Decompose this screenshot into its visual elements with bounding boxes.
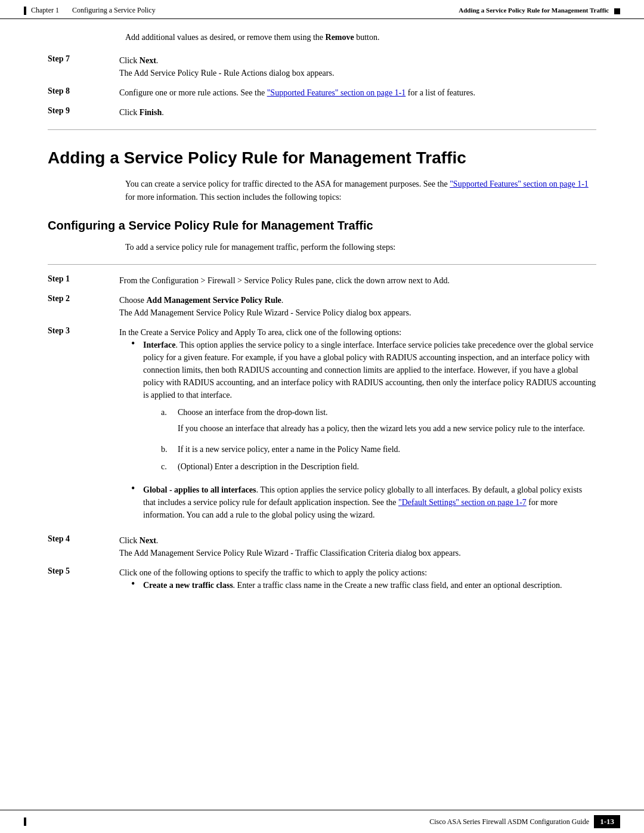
step-1-content: From the Configuration > Firewall > Serv… [119, 274, 596, 287]
interface-bold: Interface [143, 340, 175, 349]
step-7-content: Click Next. The Add Service Policy Rule … [119, 54, 596, 79]
new-traffic-bold: Create a new traffic class [143, 581, 233, 590]
step-9-bold: Finish [140, 108, 162, 117]
sub-bullet-c-label: c. [161, 460, 178, 473]
step-2: Step 2 Choose Add Management Service Pol… [48, 294, 596, 319]
page-footer: Cisco ASA Series Firewall ASDM Configura… [0, 810, 644, 833]
step-4-content: Click Next. The Add Management Service P… [119, 534, 596, 559]
bullet-dot-2: • [131, 482, 143, 496]
step-3-bullets: • Interface. This option applies the ser… [131, 339, 596, 521]
bullet-interface-text: Interface. This option applies the servi… [143, 339, 596, 478]
header-right-title: Adding a Service Policy Rule for Managem… [459, 7, 609, 14]
header-right: Adding a Service Policy Rule for Managem… [459, 7, 620, 14]
step-5: Step 5 Click one of the following option… [48, 566, 596, 597]
main-section-intro: You can create a service policy for traf… [125, 178, 596, 205]
step-4-label: Step 4 [48, 534, 119, 544]
global-bold: Global - applies to all interfaces [143, 485, 256, 494]
sub-bullet-a: a. Choose an interface from the drop-dow… [161, 406, 596, 438]
step-9-content: Click Finish. [119, 106, 596, 119]
step-8-label: Step 8 [48, 86, 119, 96]
step-7-label: Step 7 [48, 54, 119, 64]
page: Chapter 1 Configuring a Service Policy A… [0, 0, 644, 833]
sub-bullet-b: b. If it is a new service policy, enter … [161, 443, 596, 456]
step-7: Step 7 Click Next. The Add Service Polic… [48, 54, 596, 79]
bullet-interface: • Interface. This option applies the ser… [131, 339, 596, 478]
bullet-global-text: Global - applies to all interfaces. This… [143, 484, 596, 521]
header-right-bar [614, 8, 620, 14]
step-7-bold: Next [140, 56, 156, 65]
step-4-bold: Next [140, 536, 156, 545]
step-4: Step 4 Click Next. The Add Management Se… [48, 534, 596, 559]
step-2-bold: Add Management Service Policy Rule [147, 296, 281, 305]
steps-divider [48, 264, 596, 265]
sub-bullet-a-label: a. [161, 406, 178, 419]
step-1-label: Step 1 [48, 274, 119, 284]
intro-block: Add additional values as desired, or rem… [125, 31, 596, 44]
intro-bold: Remove [326, 33, 354, 42]
step-5-content: Click one of the following options to sp… [119, 566, 596, 597]
step-9: Step 9 Click Finish. [48, 106, 596, 119]
header-left-bar [24, 7, 26, 15]
footer-label: Cisco ASA Series Firewall ASDM Configura… [429, 817, 589, 826]
step-8: Step 8 Configure one or more rule action… [48, 86, 596, 99]
main-section-link[interactable]: "Supported Features" section on page 1-1 [450, 179, 589, 188]
step-5-label: Step 5 [48, 566, 119, 576]
sub-bullet-a-note: If you choose an interface that already … [178, 422, 596, 435]
step-9-label: Step 9 [48, 106, 119, 116]
divider-1 [48, 129, 596, 130]
page-header: Chapter 1 Configuring a Service Policy A… [0, 0, 644, 19]
chapter-title: Configuring a Service Policy [72, 6, 156, 15]
bullet-new-traffic-text: Create a new traffic class. Enter a traf… [143, 579, 596, 592]
header-left: Chapter 1 Configuring a Service Policy [24, 6, 156, 15]
step-7-note: The Add Service Policy Rule - Rule Actio… [119, 69, 334, 78]
content: Add additional values as desired, or rem… [0, 19, 644, 640]
sub-section-intro: To add a service policy rule for managem… [125, 241, 596, 254]
bullet-new-traffic: • Create a new traffic class. Enter a tr… [131, 579, 596, 592]
footer-left-bar [24, 817, 26, 826]
sub-bullet-c: c. (Optional) Enter a description in the… [161, 460, 596, 473]
step-3-label: Step 3 [48, 326, 119, 336]
sub-bullet-c-content: (Optional) Enter a description in the De… [178, 460, 596, 473]
bullet-global: • Global - applies to all interfaces. Th… [131, 484, 596, 521]
global-link[interactable]: "Default Settings" section on page 1-7 [398, 498, 527, 507]
main-section-heading: Adding a Service Policy Rule for Managem… [48, 148, 596, 168]
step-2-content: Choose Add Management Service Policy Rul… [119, 294, 596, 319]
step-8-link[interactable]: "Supported Features" section on page 1-1 [267, 88, 406, 97]
step-3-content: In the Create a Service Policy and Apply… [119, 326, 596, 527]
sub-section-heading: Configuring a Service Policy Rule for Ma… [48, 218, 596, 233]
step-2-label: Step 2 [48, 294, 119, 304]
footer-right: Cisco ASA Series Firewall ASDM Configura… [429, 815, 620, 828]
sub-bullet-list: a. Choose an interface from the drop-dow… [161, 406, 596, 473]
step-8-content: Configure one or more rule actions. See … [119, 86, 596, 99]
step-3: Step 3 In the Create a Service Policy an… [48, 326, 596, 527]
chapter-label: Chapter 1 [31, 6, 59, 15]
sub-bullet-b-label: b. [161, 443, 178, 456]
sub-bullet-b-content: If it is a new service policy, enter a n… [178, 443, 596, 456]
bullet-dot-1: • [131, 337, 143, 351]
step-5-bullets: • Create a new traffic class. Enter a tr… [131, 579, 596, 592]
step-1: Step 1 From the Configuration > Firewall… [48, 274, 596, 287]
sub-bullet-a-content: Choose an interface from the drop-down l… [178, 406, 596, 438]
step-2-note: The Add Management Service Policy Rule W… [119, 308, 411, 317]
footer-page-number: 1-13 [594, 815, 620, 828]
step-7-text: Click Next. [119, 56, 158, 65]
step-4-note: The Add Management Service Policy Rule W… [119, 549, 461, 558]
bullet-dot-3: • [131, 578, 143, 591]
intro-text: Add additional values as desired, or rem… [125, 33, 380, 42]
